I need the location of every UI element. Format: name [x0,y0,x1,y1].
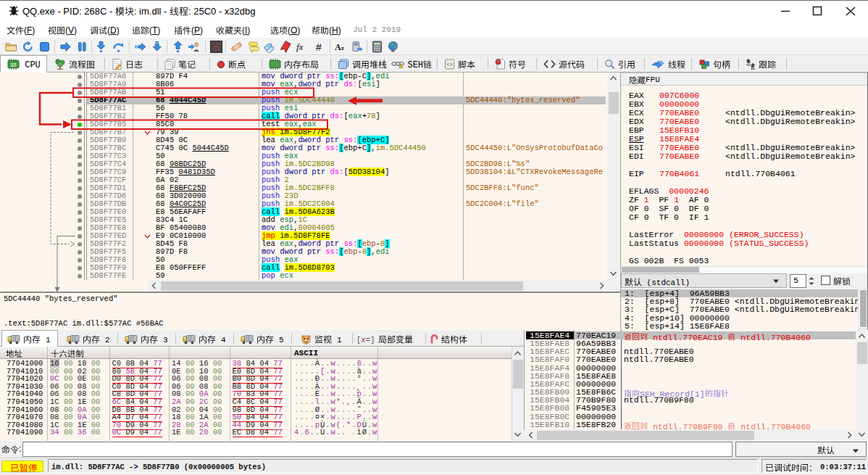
svg-text:<>: <> [446,62,452,67]
svg-text:fx: fx [296,41,304,52]
svg-text:#: # [316,41,322,53]
svg-text:z: z [341,44,344,51]
svg-text:S: S [214,42,219,52]
svg-text:32: 32 [11,62,17,67]
svg-text:A: A [335,42,341,52]
